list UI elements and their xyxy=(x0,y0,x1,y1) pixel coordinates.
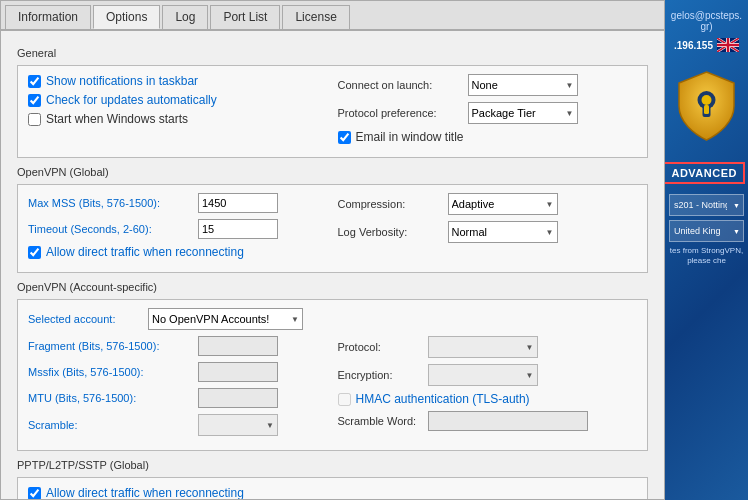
hmac-row: HMAC authentication (TLS-auth) xyxy=(338,392,638,406)
show-notifications-label: Show notifications in taskbar xyxy=(46,74,198,88)
hmac-label: HMAC authentication (TLS-auth) xyxy=(356,392,530,406)
allow-direct-traffic-pptp-label: Allow direct traffic when reconnecting xyxy=(46,486,244,499)
uk-flag-icon xyxy=(717,38,739,52)
general-section: Show notifications in taskbar Check for … xyxy=(17,65,648,158)
shield-container xyxy=(674,68,739,146)
selected-account-row: Selected account: No OpenVPN Accounts! xyxy=(28,308,637,330)
svg-point-3 xyxy=(702,95,712,105)
server-select-wrapper: s201 - Nottingham, U xyxy=(669,194,744,216)
protocol-row: Protocol: xyxy=(338,336,638,358)
scramble-word-input[interactable] xyxy=(428,411,588,431)
timeout-label: Timeout (Seconds, 2-60): xyxy=(28,223,198,235)
mssfix-row: Mssfix (Bits, 576-1500): xyxy=(28,362,328,382)
scramble-label: Scramble: xyxy=(28,419,198,431)
advanced-btn-area: N ADVANCED → xyxy=(665,162,748,184)
email-window-title-row: Email in window title xyxy=(338,130,638,144)
timeout-input[interactable] xyxy=(198,219,278,239)
start-windows-label: Start when Windows starts xyxy=(46,112,188,126)
ip-text: .196.155 xyxy=(674,40,713,51)
general-section-label: General xyxy=(17,47,648,59)
connect-on-launch-select[interactable]: None xyxy=(468,74,578,96)
connect-on-launch-row: Connect on launch: None xyxy=(338,74,638,96)
log-verbosity-select-wrapper: Normal xyxy=(448,221,558,243)
encryption-select[interactable] xyxy=(428,364,538,386)
max-mss-row: Max MSS (Bits, 576-1500): xyxy=(28,193,328,213)
protocol-preference-select[interactable]: Package Tier xyxy=(468,102,578,124)
show-notifications-checkbox[interactable] xyxy=(28,75,41,88)
max-mss-input[interactable] xyxy=(198,193,278,213)
email-window-title-label: Email in window title xyxy=(356,130,464,144)
mssfix-label: Mssfix (Bits, 576-1500): xyxy=(28,366,198,378)
compression-row: Compression: Adaptive xyxy=(338,193,638,215)
protocol-preference-select-wrapper: Package Tier xyxy=(468,102,578,124)
fragment-label: Fragment (Bits, 576-1500): xyxy=(28,340,198,352)
protocol-select[interactable] xyxy=(428,336,538,358)
hmac-checkbox[interactable] xyxy=(338,393,351,406)
selected-account-select[interactable]: No OpenVPN Accounts! xyxy=(148,308,303,330)
options-content: General Show notifications in taskbar Ch… xyxy=(1,31,664,499)
scramble-word-row: Scramble Word: xyxy=(338,411,638,431)
pptp-section: Allow direct traffic when reconnecting xyxy=(17,477,648,499)
email-window-title-checkbox[interactable] xyxy=(338,131,351,144)
tab-information[interactable]: Information xyxy=(5,5,91,29)
allow-direct-traffic-pptp-row: Allow direct traffic when reconnecting xyxy=(28,486,637,499)
scramble-word-label: Scramble Word: xyxy=(338,415,428,427)
ip-row: .196.155 xyxy=(674,38,739,52)
shield-icon xyxy=(674,68,739,143)
mtu-input[interactable] xyxy=(198,388,278,408)
protocol-preference-row: Protocol preference: Package Tier xyxy=(338,102,638,124)
log-verbosity-label: Log Verbosity: xyxy=(338,226,448,238)
timeout-row: Timeout (Seconds, 2-60): xyxy=(28,219,328,239)
tab-options[interactable]: Options xyxy=(93,5,160,29)
svg-rect-4 xyxy=(704,105,709,114)
encryption-label: Encryption: xyxy=(338,369,428,381)
tab-bar: Information Options Log Port List Licens… xyxy=(1,1,664,31)
left-panel: Information Options Log Port List Licens… xyxy=(0,0,665,500)
check-updates-row: Check for updates automatically xyxy=(28,93,328,107)
tab-portlist[interactable]: Port List xyxy=(210,5,280,29)
scramble-row: Scramble: xyxy=(28,414,328,436)
connect-on-launch-select-wrapper: None xyxy=(468,74,578,96)
mssfix-input[interactable] xyxy=(198,362,278,382)
compression-select-wrapper: Adaptive xyxy=(448,193,558,215)
email-text: gelos@pcsteps.gr) xyxy=(665,10,748,32)
fragment-input[interactable] xyxy=(198,336,278,356)
tab-log[interactable]: Log xyxy=(162,5,208,29)
selected-account-label: Selected account: xyxy=(28,313,148,325)
show-notifications-row: Show notifications in taskbar xyxy=(28,74,328,88)
max-mss-label: Max MSS (Bits, 576-1500): xyxy=(28,197,198,209)
check-updates-checkbox[interactable] xyxy=(28,94,41,107)
check-updates-label: Check for updates automatically xyxy=(46,93,217,107)
allow-direct-traffic-openvpn-checkbox[interactable] xyxy=(28,246,41,259)
scramble-select[interactable] xyxy=(198,414,278,436)
log-verbosity-row: Log Verbosity: Normal xyxy=(338,221,638,243)
fragment-row: Fragment (Bits, 576-1500): xyxy=(28,336,328,356)
start-windows-row: Start when Windows starts xyxy=(28,112,328,126)
mtu-row: MTU (Bits, 576-1500): xyxy=(28,388,328,408)
allow-direct-traffic-openvpn-label: Allow direct traffic when reconnecting xyxy=(46,245,244,259)
country-select-wrapper: United King xyxy=(669,220,744,242)
connect-on-launch-label: Connect on launch: xyxy=(338,79,468,91)
openvpn-global-section-label: OpenVPN (Global) xyxy=(17,166,648,178)
encryption-select-wrapper xyxy=(428,364,538,386)
protocol-select-wrapper xyxy=(428,336,538,358)
server-select[interactable]: s201 - Nottingham, U xyxy=(669,194,744,216)
compression-label: Compression: xyxy=(338,198,448,210)
tab-license[interactable]: License xyxy=(282,5,349,29)
compression-select[interactable]: Adaptive xyxy=(448,193,558,215)
openvpn-account-section: Selected account: No OpenVPN Accounts! F… xyxy=(17,299,648,451)
log-verbosity-select[interactable]: Normal xyxy=(448,221,558,243)
scramble-select-wrapper xyxy=(198,414,278,436)
protocol-label: Protocol: xyxy=(338,341,428,353)
country-select[interactable]: United King xyxy=(669,220,744,242)
start-windows-checkbox[interactable] xyxy=(28,113,41,126)
notice-text: tes from StrongVPN, please che xyxy=(665,246,748,267)
advanced-button[interactable]: ADVANCED xyxy=(665,162,745,184)
allow-direct-traffic-pptp-checkbox[interactable] xyxy=(28,487,41,500)
server-select-area: s201 - Nottingham, U United King xyxy=(665,194,748,242)
openvpn-account-section-label: OpenVPN (Account-specific) xyxy=(17,281,648,293)
pptp-section-label: PPTP/L2TP/SSTP (Global) xyxy=(17,459,648,471)
encryption-row: Encryption: xyxy=(338,364,638,386)
right-panel: gelos@pcsteps.gr) .196.155 xyxy=(665,0,748,500)
openvpn-global-section: Max MSS (Bits, 576-1500): Timeout (Secon… xyxy=(17,184,648,273)
